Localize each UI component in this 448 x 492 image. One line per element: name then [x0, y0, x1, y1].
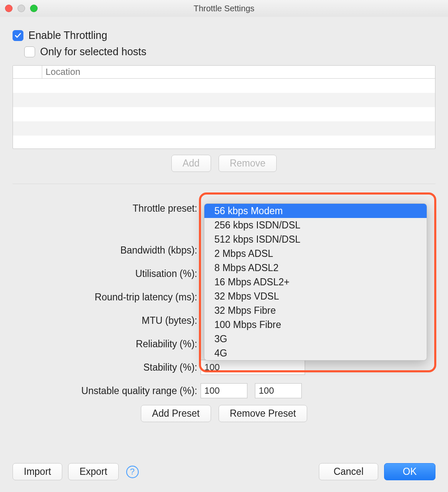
table-row — [13, 107, 435, 121]
reliability-label: Reliability (%): — [13, 338, 201, 350]
dialog-footer: Import Export ? Cancel OK — [13, 463, 435, 480]
rtt-label: Round-trip latency (ms): — [13, 292, 201, 303]
table-row — [13, 93, 435, 107]
stability-label: Stability (%): — [13, 362, 201, 373]
preset-option[interactable]: 100 Mbps Fibre — [204, 318, 427, 332]
preset-option[interactable]: 32 Mbps Fibre — [204, 303, 427, 318]
preset-option[interactable]: 4G — [204, 346, 427, 360]
uqr-label: Unstable quality range (%): — [13, 385, 201, 397]
preset-option[interactable]: 56 kbps Modem — [204, 204, 427, 218]
preset-option[interactable]: 16 Mbps ADSL2+ — [204, 275, 427, 289]
section-divider — [13, 184, 435, 184]
mtu-label: MTU (bytes): — [13, 315, 201, 326]
hosts-table-col-location: Location — [42, 66, 84, 78]
preset-option[interactable]: 256 kbps ISDN/DSL — [204, 218, 427, 232]
add-preset-button[interactable]: Add Preset — [141, 405, 211, 422]
titlebar: Throttle Settings — [0, 0, 448, 17]
table-row — [13, 121, 435, 136]
preset-option[interactable]: 2 Mbps ADSL — [204, 246, 427, 261]
ok-button[interactable]: OK — [384, 463, 435, 480]
preset-option[interactable]: 512 kbps ISDN/DSL — [204, 232, 427, 246]
only-selected-hosts-checkbox[interactable] — [24, 46, 35, 57]
enable-throttling-label: Enable Throttling — [28, 29, 107, 41]
enable-throttling-checkbox[interactable] — [13, 30, 23, 41]
add-host-button[interactable]: Add — [171, 155, 211, 172]
remove-preset-button[interactable]: Remove Preset — [219, 405, 308, 422]
uqr-low-input[interactable] — [201, 383, 247, 398]
throttle-preset-label: Throttle preset: — [13, 203, 201, 214]
help-button[interactable]: ? — [126, 466, 139, 478]
bandwidth-label: Bandwidth (kbps): — [13, 245, 201, 256]
export-button[interactable]: Export — [68, 463, 118, 480]
remove-host-button[interactable]: Remove — [219, 155, 277, 172]
only-selected-hosts-label: Only for selected hosts — [40, 46, 146, 58]
throttle-form: Throttle preset: Bandwidth (kbps): Utili… — [13, 197, 435, 422]
checkmark-icon — [15, 32, 21, 39]
preset-option[interactable]: 32 Mbps VDSL — [204, 289, 427, 303]
throttle-preset-dropdown[interactable]: 56 kbps Modem256 kbps ISDN/DSL512 kbps I… — [204, 203, 427, 361]
table-row — [13, 79, 435, 93]
table-row — [13, 136, 435, 149]
utilisation-label: Utilisation (%): — [13, 268, 201, 279]
stability-input[interactable] — [201, 360, 305, 375]
hosts-table[interactable]: Location — [13, 65, 435, 149]
import-button[interactable]: Import — [13, 463, 62, 480]
cancel-button[interactable]: Cancel — [319, 463, 378, 480]
preset-option[interactable]: 8 Mbps ADSL2 — [204, 261, 427, 275]
hosts-table-col-blank — [13, 66, 42, 78]
uqr-high-input[interactable] — [255, 383, 302, 398]
window-title: Throttle Settings — [0, 4, 448, 13]
preset-option[interactable]: 3G — [204, 332, 427, 346]
